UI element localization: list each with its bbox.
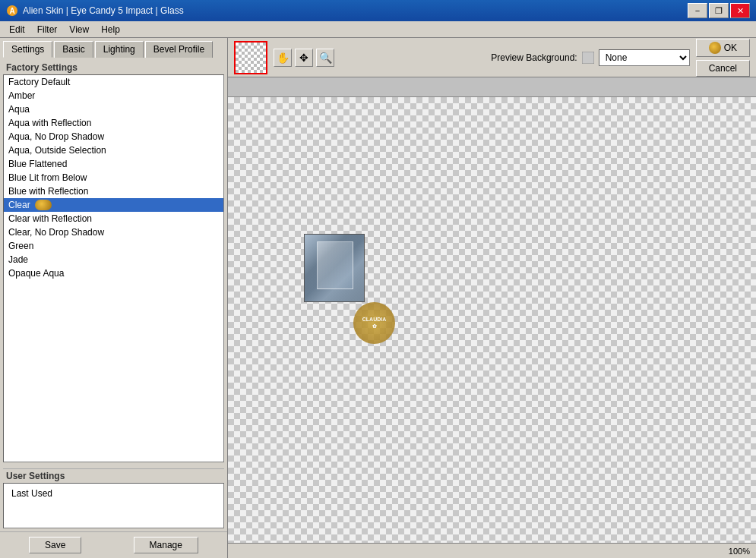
user-settings-area: User Settings Last Used xyxy=(0,465,227,531)
menu-help[interactable]: Help xyxy=(95,23,126,36)
canvas-top-bar xyxy=(228,77,756,97)
svg-text:A: A xyxy=(9,7,14,15)
minimize-button[interactable]: − xyxy=(688,3,707,18)
list-item[interactable]: Green xyxy=(4,239,223,253)
tab-bar: Settings Basic Lighting Bevel Profile xyxy=(0,38,227,58)
list-item[interactable]: Aqua, No Drop Shadow xyxy=(4,130,223,143)
hand-tool-icon[interactable]: ✋ xyxy=(274,49,292,67)
status-bar: 100% xyxy=(228,543,756,558)
factory-settings-list[interactable]: Factory Default Amber Aqua Aqua with Ref… xyxy=(3,74,224,462)
main-container: Settings Basic Lighting Bevel Profile Fa… xyxy=(0,38,756,558)
ok-button[interactable]: OK xyxy=(696,39,750,57)
preview-bg-color-icon xyxy=(582,52,594,64)
menu-edit[interactable]: Edit xyxy=(3,23,31,36)
zoom-level: 100% xyxy=(729,547,750,556)
menu-filter[interactable]: Filter xyxy=(31,23,64,36)
app-icon: A xyxy=(6,5,18,17)
left-panel: Settings Basic Lighting Bevel Profile Fa… xyxy=(0,38,228,558)
key-cursor-icon xyxy=(35,200,52,210)
tab-settings[interactable]: Settings xyxy=(3,41,52,58)
menu-view[interactable]: View xyxy=(63,23,95,36)
toolbar-icons: ✋ ✥ 🔍 xyxy=(274,49,334,67)
list-item-clear-reflection[interactable]: Clear with Reflection xyxy=(4,212,223,225)
watermark: CLAUDIA✿ xyxy=(353,302,395,344)
factory-settings-header: Factory Settings xyxy=(3,61,224,74)
settings-area: Factory Settings Factory Default Amber A… xyxy=(0,58,227,465)
tab-basic[interactable]: Basic xyxy=(54,41,93,58)
manage-button[interactable]: Manage xyxy=(134,537,198,553)
list-item[interactable]: Opaque Aqua xyxy=(4,266,223,280)
list-item[interactable]: Aqua with Reflection xyxy=(4,116,223,130)
user-settings-list: Last Used xyxy=(3,483,224,528)
list-item[interactable]: Clear, No Drop Shadow xyxy=(4,225,223,239)
save-button[interactable]: Save xyxy=(29,537,81,553)
move-tool-icon[interactable]: ✥ xyxy=(295,49,313,67)
ok-label: OK xyxy=(724,43,737,53)
list-item[interactable]: Jade xyxy=(4,253,223,266)
preview-bg-label: Preview Background: xyxy=(491,52,577,63)
cancel-button[interactable]: Cancel xyxy=(696,60,750,77)
right-panel: ✋ ✥ 🔍 Preview Background: None White Bla… xyxy=(228,38,756,558)
close-button[interactable]: ✕ xyxy=(730,3,750,18)
zoom-tool-icon[interactable]: 🔍 xyxy=(316,49,334,67)
key-icon xyxy=(709,42,721,54)
top-toolbar: ✋ ✥ 🔍 Preview Background: None White Bla… xyxy=(228,38,756,77)
bottom-buttons: Save Manage xyxy=(0,531,227,558)
list-item-blue-lit[interactable]: Blue Lit from Below xyxy=(4,171,223,184)
clear-label: Clear xyxy=(8,200,30,210)
list-item[interactable]: Aqua, Outside Selection xyxy=(4,143,223,157)
list-item[interactable]: Blue with Reflection xyxy=(4,184,223,198)
svg-rect-2 xyxy=(582,52,594,64)
preview-image xyxy=(304,234,365,302)
list-item[interactable]: Blue Flattened xyxy=(4,157,223,171)
glass-effect-overlay xyxy=(305,235,364,301)
last-used-item[interactable]: Last Used xyxy=(7,487,220,500)
preview-background-area: Preview Background: None White Black Cus… xyxy=(491,49,689,66)
list-item[interactable]: Aqua xyxy=(4,102,223,116)
list-item[interactable]: Amber xyxy=(4,89,223,102)
thumbnail-preview xyxy=(234,41,267,74)
ok-cancel-buttons: OK Cancel xyxy=(696,39,750,77)
canvas-area[interactable]: CLAUDIA✿ xyxy=(228,97,756,543)
title-buttons: − ❐ ✕ xyxy=(688,3,750,18)
tab-lighting[interactable]: Lighting xyxy=(95,41,144,58)
preview-bg-select[interactable]: None White Black Custom xyxy=(599,49,690,66)
menu-bar: Edit Filter View Help xyxy=(0,21,756,38)
window-title: Alien Skin | Eye Candy 5 Impact | Glass xyxy=(23,5,184,16)
user-settings-header: User Settings xyxy=(3,468,224,483)
list-item-clear-selected[interactable]: Clear xyxy=(4,198,223,212)
title-bar: A Alien Skin | Eye Candy 5 Impact | Glas… xyxy=(0,0,756,21)
tab-bevel-profile[interactable]: Bevel Profile xyxy=(145,41,213,58)
restore-button[interactable]: ❐ xyxy=(709,3,729,18)
list-item[interactable]: Factory Default xyxy=(4,75,223,89)
